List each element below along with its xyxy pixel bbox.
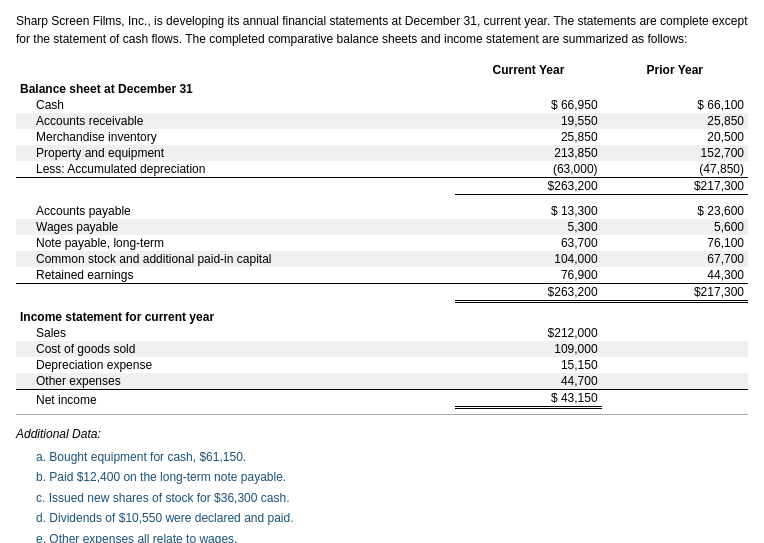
spacer (16, 301, 748, 309)
total1-prior: $217,300 (602, 178, 748, 195)
table-row: Retained earnings 76,900 44,300 (16, 267, 748, 284)
row-label: Sales (16, 325, 455, 341)
row-current: 44,700 (455, 373, 601, 390)
total-row-2: $263,200 $217,300 (16, 283, 748, 301)
table-row: Sales $212,000 (16, 325, 748, 341)
row-current: $ 66,950 (455, 97, 601, 113)
list-item: e. Other expenses all relate to wages. (36, 529, 748, 543)
net-income-current: $ 43,150 (455, 390, 601, 408)
row-current: (63,000) (455, 161, 601, 178)
row-label: Cash (16, 97, 455, 113)
row-label: Common stock and additional paid-in capi… (16, 251, 455, 267)
row-label: Less: Accumulated depreciation (16, 161, 455, 178)
additional-data-section: Additional Data: a. Bought equipment for… (16, 427, 748, 543)
table-row: Cost of goods sold 109,000 (16, 341, 748, 357)
balance-sheet-title: Balance sheet at December 31 (16, 81, 455, 97)
row-label: Other expenses (16, 373, 455, 390)
table-row: Property and equipment 213,850 152,700 (16, 145, 748, 161)
row-prior: 152,700 (602, 145, 748, 161)
row-prior: $ 23,600 (602, 203, 748, 219)
income-statement-header-row: Income statement for current year (16, 309, 748, 325)
row-prior: 20,500 (602, 129, 748, 145)
row-label: Accounts receivable (16, 113, 455, 129)
total1-current: $263,200 (455, 178, 601, 195)
table-row: Note payable, long-term 63,700 76,100 (16, 235, 748, 251)
list-item: d. Dividends of $10,550 were declared an… (36, 508, 748, 528)
list-item: b. Paid $12,400 on the long-term note pa… (36, 467, 748, 487)
financial-table: Current Year Prior Year Balance sheet at… (16, 62, 748, 415)
intro-paragraph: Sharp Screen Films, Inc., is developing … (16, 12, 748, 48)
bottom-border (16, 408, 748, 415)
income-statement-title: Income statement for current year (16, 309, 455, 325)
list-item: a. Bought equipment for cash, $61,150. (36, 447, 748, 467)
row-prior: 67,700 (602, 251, 748, 267)
row-label: Wages payable (16, 219, 455, 235)
table-row: Merchandise inventory 25,850 20,500 (16, 129, 748, 145)
table-row: Less: Accumulated depreciation (63,000) … (16, 161, 748, 178)
table-row: Common stock and additional paid-in capi… (16, 251, 748, 267)
row-prior: (47,850) (602, 161, 748, 178)
row-current: 19,550 (455, 113, 601, 129)
total2-prior: $217,300 (602, 283, 748, 301)
row-prior: $ 66,100 (602, 97, 748, 113)
row-current: 104,000 (455, 251, 601, 267)
row-label: Note payable, long-term (16, 235, 455, 251)
net-income-label: Net income (16, 390, 455, 408)
spacer (16, 195, 748, 203)
row-label: Merchandise inventory (16, 129, 455, 145)
row-prior: 76,100 (602, 235, 748, 251)
total-row-1: $263,200 $217,300 (16, 178, 748, 195)
additional-items-list: a. Bought equipment for cash, $61,150. b… (16, 447, 748, 543)
table-row: Depreciation expense 15,150 (16, 357, 748, 373)
row-current: 5,300 (455, 219, 601, 235)
additional-data-title: Additional Data: (16, 427, 748, 441)
row-current: $ 13,300 (455, 203, 601, 219)
row-prior: 5,600 (602, 219, 748, 235)
table-row: Other expenses 44,700 (16, 373, 748, 390)
row-current: 76,900 (455, 267, 601, 284)
table-row: Accounts receivable 19,550 25,850 (16, 113, 748, 129)
table-row: Cash $ 66,950 $ 66,100 (16, 97, 748, 113)
row-current: 213,850 (455, 145, 601, 161)
row-current: 63,700 (455, 235, 601, 251)
table-row: Accounts payable $ 13,300 $ 23,600 (16, 203, 748, 219)
prior-year-header: Prior Year (602, 62, 748, 81)
row-label: Accounts payable (16, 203, 455, 219)
row-prior: 25,850 (602, 113, 748, 129)
row-current: 15,150 (455, 357, 601, 373)
balance-sheet-header-row: Balance sheet at December 31 (16, 81, 748, 97)
row-label: Depreciation expense (16, 357, 455, 373)
row-label: Retained earnings (16, 267, 455, 284)
row-current: $212,000 (455, 325, 601, 341)
row-label: Property and equipment (16, 145, 455, 161)
row-label: Cost of goods sold (16, 341, 455, 357)
row-current: 109,000 (455, 341, 601, 357)
row-current: 25,850 (455, 129, 601, 145)
current-year-header: Current Year (455, 62, 601, 81)
table-row: Wages payable 5,300 5,600 (16, 219, 748, 235)
net-income-row: Net income $ 43,150 (16, 390, 748, 408)
list-item: c. Issued new shares of stock for $36,30… (36, 488, 748, 508)
label-col-header (16, 62, 455, 81)
row-prior: 44,300 (602, 267, 748, 284)
total2-current: $263,200 (455, 283, 601, 301)
